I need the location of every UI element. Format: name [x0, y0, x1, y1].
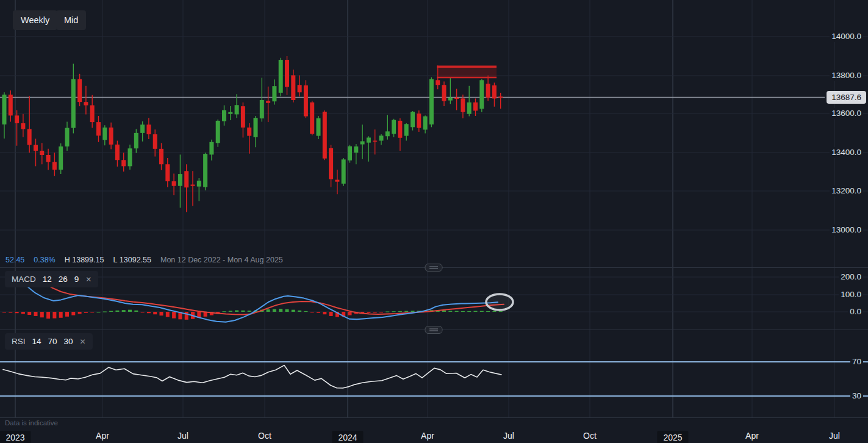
- rsi-lower-level: 30: [64, 337, 73, 346]
- macd-histogram-bar: [34, 312, 38, 316]
- macd-histogram-bar: [185, 312, 188, 320]
- candle-body: [335, 180, 339, 182]
- time-axis-label: Oct: [258, 431, 271, 441]
- candle-body: [442, 85, 447, 101]
- candle-body: [473, 103, 478, 111]
- candle-body: [272, 86, 276, 101]
- separator-drag-handle[interactable]: [425, 264, 442, 272]
- macd-histogram-bar: [285, 309, 289, 312]
- candle-body: [115, 145, 120, 160]
- macd-histogram-bar: [71, 312, 75, 315]
- macd-histogram-bar: [492, 311, 496, 312]
- candle-body: [15, 115, 19, 123]
- candle-body: [128, 148, 132, 166]
- candle-body: [291, 75, 295, 100]
- candle-body: [77, 79, 82, 102]
- candle-body: [235, 105, 239, 114]
- candle-body: [367, 137, 371, 142]
- candle-body: [317, 118, 321, 136]
- drag-handle-part: [425, 264, 442, 272]
- candle-body: [228, 112, 232, 114]
- macd-highlight-ring: [486, 294, 513, 310]
- macd-histogram-bar: [90, 312, 94, 312]
- candle-body: [197, 181, 201, 187]
- candle-body: [360, 141, 365, 144]
- macd-histogram-bar: [486, 311, 490, 312]
- candle-body: [52, 162, 57, 170]
- candle-body: [429, 79, 434, 124]
- macd-histogram-bar: [9, 312, 12, 312]
- macd-histogram-bar: [153, 312, 157, 314]
- macd-histogram-bar: [267, 309, 270, 312]
- rsi-indicator-badge: RSI 14 70 30 ✕: [5, 333, 93, 350]
- candle-body: [84, 102, 88, 105]
- status-bar: 52.45 0.38% H 13899.15 L 13092.55 Mon 12…: [5, 256, 283, 264]
- resistance-zone: [437, 67, 497, 77]
- candle-body: [373, 141, 377, 142]
- rsi-axis-label: 70: [850, 356, 863, 367]
- candle-body: [486, 84, 490, 98]
- price-type-button[interactable]: Mid: [56, 10, 86, 30]
- candle-body: [279, 60, 283, 93]
- time-axis-label: Oct: [583, 431, 597, 441]
- candle-body: [247, 128, 251, 136]
- candle-body: [379, 135, 384, 140]
- price-axis-label: 13600.0: [830, 108, 863, 119]
- candle-body: [27, 129, 32, 145]
- macd-histogram-bar: [411, 311, 415, 312]
- date-range: Mon 12 Dec 2022 - Mon 4 Aug 2025: [160, 256, 283, 264]
- time-axis-label: Apr: [421, 431, 434, 441]
- macd-fast-period: 12: [43, 275, 52, 284]
- candle-body: [216, 121, 220, 143]
- candle-body: [59, 146, 63, 170]
- macd-histogram-bar: [480, 311, 484, 312]
- macd-histogram-bar: [241, 311, 245, 312]
- macd-histogram-bar: [27, 312, 31, 315]
- candle-body: [310, 103, 314, 134]
- macd-histogram-bar: [122, 310, 126, 312]
- candle-body: [254, 118, 258, 137]
- macd-histogram-bar: [147, 312, 151, 313]
- macd-histogram-bar: [40, 312, 44, 317]
- macd-histogram-bar: [304, 311, 307, 312]
- macd-histogram-bar: [109, 311, 113, 312]
- time-axis-label: Apr: [745, 431, 759, 441]
- candle-body: [40, 151, 44, 155]
- time-axis-label: Jul: [503, 431, 514, 441]
- macd-axis-label: 200.0: [839, 272, 863, 283]
- macd-histogram-bar: [279, 309, 282, 312]
- rsi-close-icon[interactable]: ✕: [80, 337, 86, 346]
- macd-histogram-bar: [273, 309, 276, 312]
- macd-histogram-bar: [115, 311, 119, 312]
- candle-body: [454, 98, 459, 99]
- price-axis-label: 14000.0: [830, 31, 863, 42]
- macd-histogram-bar: [292, 310, 295, 312]
- candle-body: [304, 85, 308, 117]
- timeframe-button[interactable]: Weekly: [13, 10, 57, 30]
- macd-histogram-bar: [317, 312, 320, 313]
- macd-histogram-bar: [229, 311, 232, 312]
- candle-body: [467, 103, 472, 114]
- candle-body: [121, 160, 126, 166]
- candle-body: [423, 117, 428, 130]
- candle-body: [241, 106, 245, 128]
- chart-canvas: [0, 0, 868, 443]
- high-readout: H 13899.15: [65, 256, 104, 264]
- candle-body: [392, 120, 396, 134]
- candle-body: [411, 112, 415, 127]
- rsi-upper-level: 70: [48, 337, 57, 346]
- candle-body: [2, 95, 7, 124]
- macd-close-icon[interactable]: ✕: [85, 275, 91, 284]
- macd-histogram-bar: [52, 312, 56, 319]
- candle-body: [386, 131, 390, 136]
- macd-indicator-badge: MACD 12 26 9 ✕: [5, 271, 98, 287]
- macd-histogram-bar: [367, 312, 370, 313]
- macd-histogram-bar: [46, 312, 50, 319]
- macd-histogram-bar: [310, 312, 314, 312]
- candle-body: [172, 181, 176, 186]
- candle-body: [479, 80, 484, 109]
- separator-drag-handle[interactable]: [425, 326, 442, 334]
- current-price-badge: 13687.6: [827, 91, 866, 104]
- price-axis-label: 13200.0: [830, 185, 863, 196]
- candle-body: [159, 149, 163, 164]
